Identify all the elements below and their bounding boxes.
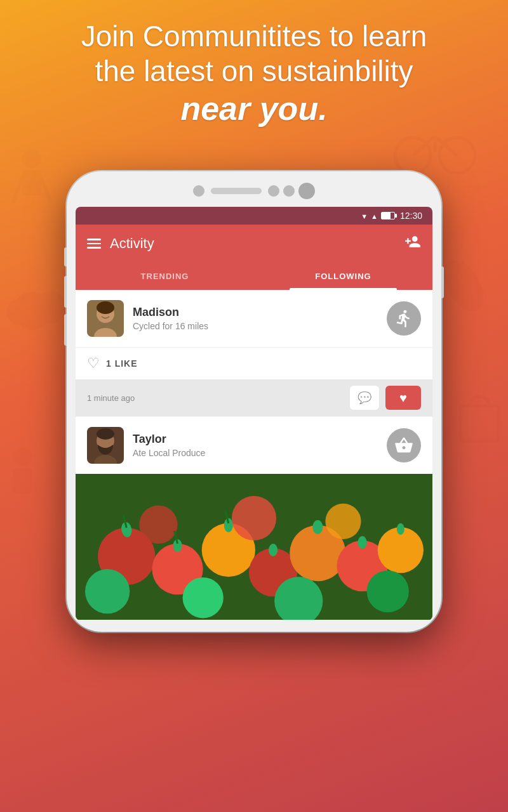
heart-icon[interactable]: ♡ xyxy=(87,355,100,372)
card-info-taylor: Taylor Ate Local Produce xyxy=(133,433,378,458)
activity-card-madison: Madison Cycled for 16 miles ♡ 1 LIKE xyxy=(76,290,432,417)
signal-icon xyxy=(371,211,378,221)
activity-madison: Cycled for 16 miles xyxy=(133,321,378,331)
svg-point-12 xyxy=(6,299,32,325)
hamburger-menu-icon[interactable] xyxy=(87,239,101,249)
food-badge xyxy=(387,428,421,462)
username-taylor: Taylor xyxy=(133,433,378,446)
card-main-taylor: Taylor Ate Local Produce xyxy=(76,417,432,474)
clock: 12:30 xyxy=(400,211,422,221)
username-madison: Madison xyxy=(133,306,378,319)
sensor-dot-1 xyxy=(268,185,279,197)
hero-section: Join Communitites to learn the latest on… xyxy=(0,19,508,129)
power-button xyxy=(441,266,444,298)
card-main-madison: Madison Cycled for 16 miles xyxy=(76,290,432,347)
svg-point-5 xyxy=(22,149,41,168)
svg-point-14 xyxy=(13,447,32,466)
app-title: Activity xyxy=(110,235,154,252)
cycling-badge xyxy=(387,301,421,336)
sensor-group xyxy=(268,183,315,199)
activity-card-taylor: Taylor Ate Local Produce xyxy=(76,417,432,620)
volume-down-button xyxy=(64,314,67,346)
svg-point-45 xyxy=(325,504,361,539)
action-row-madison: 1 minute ago xyxy=(76,379,432,416)
status-icons xyxy=(361,211,395,221)
header-left-group: Activity xyxy=(87,235,154,252)
tab-trending[interactable]: TRENDING xyxy=(76,263,254,290)
volume-silent-button xyxy=(64,247,67,266)
add-user-icon[interactable] xyxy=(404,233,421,254)
svg-point-32 xyxy=(269,544,277,556)
front-camera xyxy=(193,185,204,197)
svg-rect-6 xyxy=(22,170,41,195)
svg-rect-15 xyxy=(13,468,32,494)
svg-point-40 xyxy=(183,577,224,618)
card-info-madison: Madison Cycled for 16 miles xyxy=(133,306,378,331)
phone-mockup: 12:30 Activity TRENDI xyxy=(67,171,441,632)
like-count-madison: 1 LIKE xyxy=(106,358,138,369)
phone-screen: 12:30 Activity TRENDI xyxy=(76,207,432,620)
activity-taylor: Ate Local Produce xyxy=(133,448,378,458)
svg-line-7 xyxy=(13,178,22,203)
volume-up-button xyxy=(64,276,67,308)
status-bar: 12:30 xyxy=(76,207,432,225)
svg-point-39 xyxy=(85,569,130,613)
food-image-taylor xyxy=(76,474,432,620)
avatar-madison xyxy=(87,300,124,337)
avatar-taylor xyxy=(87,427,124,464)
svg-point-9 xyxy=(436,253,491,318)
svg-point-18 xyxy=(97,301,114,314)
battery-icon xyxy=(381,212,395,219)
content-area: Madison Cycled for 16 miles ♡ 1 LIKE xyxy=(76,290,432,620)
comment-button-madison[interactable] xyxy=(350,386,379,410)
svg-point-38 xyxy=(397,523,404,535)
svg-line-8 xyxy=(41,178,51,203)
sensor-dot-2 xyxy=(283,185,295,197)
sensor-dot-3 xyxy=(298,183,315,199)
time-ago-madison: 1 minute ago xyxy=(87,393,344,403)
svg-point-43 xyxy=(139,506,177,544)
like-button-madison[interactable] xyxy=(385,386,421,410)
phone-top-hardware xyxy=(76,183,432,199)
svg-point-34 xyxy=(312,520,323,534)
svg-rect-13 xyxy=(460,406,498,441)
svg-point-36 xyxy=(358,536,367,549)
earpiece-speaker xyxy=(211,188,262,194)
svg-point-42 xyxy=(367,570,409,612)
app-header: Activity xyxy=(76,225,432,263)
tab-bar: TRENDING FOLLOWING xyxy=(76,263,432,290)
hero-line-3: near you. xyxy=(38,89,470,128)
svg-point-22 xyxy=(97,428,114,440)
svg-point-11 xyxy=(35,292,67,324)
wifi-icon xyxy=(361,211,368,221)
like-row-madison: ♡ 1 LIKE xyxy=(76,347,432,379)
svg-point-44 xyxy=(232,496,276,540)
hero-line-1: Join Communitites to learn the latest on… xyxy=(38,19,470,89)
tab-following[interactable]: FOLLOWING xyxy=(254,263,432,290)
